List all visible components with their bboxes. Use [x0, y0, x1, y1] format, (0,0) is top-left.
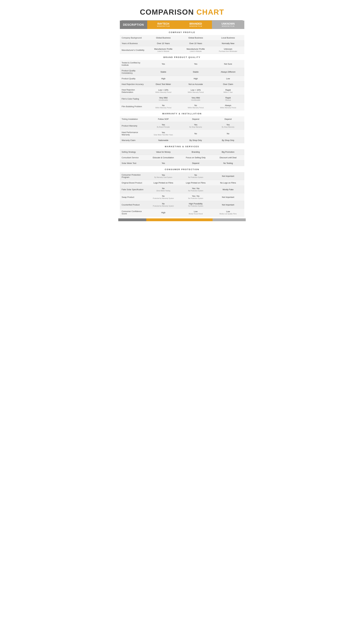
branded-sub: No Protection System [182, 176, 210, 178]
raytech-main: Value for Money [156, 151, 171, 153]
raytech-main: Nationwide [158, 139, 168, 141]
raytech-cell: Yes [147, 60, 180, 68]
th-description: DESCRIPTION [120, 21, 147, 29]
unknown-cell: RapidObvious [212, 95, 244, 103]
desc-cell: Solar Meter Test [120, 160, 147, 166]
title-comparison: COMPARISON [140, 8, 194, 16]
table-row: Product WarrantyYesBy Brand PrincipleYes… [120, 122, 244, 130]
unknown-main: Discount until Deal [220, 156, 236, 159]
table-row: Film's Color FadingVery MildUnnoticeable… [120, 95, 244, 103]
branded-main: Focus on Selling Only [186, 156, 206, 159]
branded-cell: High PossibilityNo Protection System [180, 201, 212, 209]
unknown-cell: Mostly Fake [212, 186, 244, 193]
unknown-main: Depend [224, 118, 232, 120]
branded-cell: Global Business [180, 35, 212, 41]
unknown-sub: Within Warranty Period [214, 107, 242, 109]
branded-main: No [194, 132, 197, 135]
raytech-cell: NoProtected by Warranty System [147, 201, 180, 209]
branded-main: Yes [194, 63, 197, 65]
unknown-cell: No [212, 130, 244, 138]
branded-cell: High [180, 76, 212, 82]
raytech-sub: Protected by Warranty System [149, 205, 178, 207]
raytech-main: High [161, 77, 166, 80]
desc-cell: Heat Rejection Accuracy [120, 82, 147, 87]
raytech-sub: By Brand Principle [149, 126, 178, 128]
raytech-main: High [161, 211, 166, 214]
unknown-cell: Not Important [212, 193, 244, 201]
desc-cell: Selling Strategy [120, 149, 147, 155]
desc-cell: Counterfied Product [120, 201, 147, 209]
raytech-cell: Global Business [147, 35, 180, 41]
branded-main: Low [194, 210, 198, 213]
unknown-cell: Not Important [212, 172, 244, 180]
branded-sub: Unnoticeable [182, 99, 210, 101]
unknown-main: Mostly Fake [222, 188, 234, 191]
table-row: Original Brand ProductLogo Printed on Fi… [120, 180, 244, 186]
table-row: Tinting InstallationFollow SOPDependDepe… [120, 116, 244, 122]
table-row: Product Quality ConsistencyStableStableA… [120, 68, 244, 76]
branded-main: Depend [192, 118, 199, 120]
footer-bar-raytech [146, 218, 180, 221]
unknown-sub: Mostly Low Quality Films [214, 213, 242, 215]
page: COMPARISON CHART DESCRIPTION RAYTECH WIN… [118, 3, 246, 221]
raytech-main: Manufacturer Profile [154, 48, 172, 50]
raytech-cell: Direct Test Meter [147, 82, 180, 87]
section-header-0: COMPANY PROFILE [120, 29, 244, 35]
th-desc-label: DESCRIPTION [123, 23, 144, 26]
th-unknown-main: UNKNOWN [222, 23, 235, 25]
desc-cell: Consultant Service [120, 155, 147, 160]
th-branded: BRANDED WINDOW FILM [180, 21, 212, 29]
branded-sub: By Shop Warranty [182, 126, 210, 128]
unknown-cell: LowMostly Low Quality Films [212, 209, 244, 216]
branded-cell: Yes / NoNo Protection System [180, 186, 212, 193]
raytech-cell: Yes [147, 160, 180, 166]
raytech-main: Yes [162, 124, 165, 126]
section-title-4: CONSUMER PROTECTION [120, 166, 244, 172]
branded-main: No [194, 104, 197, 107]
title-section: COMPARISON CHART [118, 3, 246, 19]
branded-main: By Shop Only [190, 139, 202, 141]
raytech-main: Over 10 Years [157, 42, 170, 45]
th-raytech-main: RAYTECH [158, 23, 169, 25]
branded-cell: LowMostly House Brand [180, 209, 212, 216]
branded-sub: No Protection System [182, 198, 210, 199]
raytech-cell: Very MildUnnoticeable [147, 95, 180, 103]
table-row: Years of BusinessOver 10 YearsOver 10 Ye… [120, 41, 244, 46]
comparison-table: DESCRIPTION RAYTECH WINDOW FILM BRANDED … [120, 21, 244, 216]
unknown-main: Not Important [222, 175, 234, 177]
title-chart: CHART [196, 8, 224, 16]
raytech-main: Stable [160, 71, 166, 73]
footer-bar-branded [180, 218, 212, 221]
desc-cell: Film's Color Fading [120, 95, 147, 103]
unknown-main: Not Important [222, 196, 234, 198]
raytech-main: Yes [162, 131, 165, 134]
branded-main: Manufacturer Profile [186, 48, 205, 50]
branded-main: High Possibility [189, 202, 202, 205]
branded-cell: Depend [180, 160, 212, 166]
raytech-main: Direct Test Meter [156, 83, 171, 85]
table-row: Consumer Confidence ScoreHighLowMostly H… [120, 209, 244, 216]
th-raytech-sub: WINDOW FILM [148, 25, 178, 27]
branded-main: Not so Accurate [188, 83, 203, 85]
unknown-cell: No Logo on Films [212, 180, 244, 186]
branded-cell: Very MildUnnoticeable [180, 95, 212, 103]
unknown-main: Not Sure [224, 63, 232, 65]
table-row: Warranty ClaimNationwideBy Shop OnlyBy S… [120, 138, 244, 143]
section-title-1: BRAND PRODUCT QUALITY [120, 54, 244, 60]
branded-main: High [194, 77, 198, 80]
raytech-cell: Manufacturer ProfileListed in Website [147, 46, 180, 54]
branded-main: Depend [192, 162, 199, 164]
branded-main: Branding [192, 151, 200, 153]
unknown-sub: Purchase from Wholesaler [214, 51, 242, 52]
desc-cell: Warranty Claim [120, 138, 147, 143]
unknown-cell: Discount until Deal [212, 155, 244, 160]
raytech-sub: Direct Meter Testing [149, 190, 178, 192]
unknown-cell: Not Important [212, 201, 244, 209]
branded-cell: Over 10 Years [180, 41, 212, 46]
desc-cell: Manufacturer's Credibility [120, 46, 147, 54]
branded-cell: Stable [180, 68, 212, 76]
unknown-cell: Normally New [212, 41, 244, 46]
unknown-main: Yes [226, 124, 230, 126]
desc-cell: Original Brand Product [120, 180, 147, 186]
branded-sub: Within Warranty Period [182, 107, 210, 109]
